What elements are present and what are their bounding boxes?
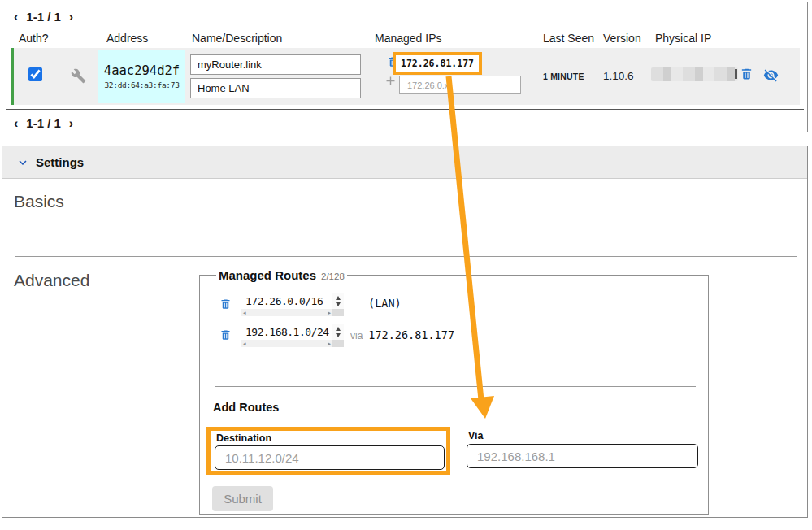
managed-routes-fieldset: Managed Routes 2/128 172.26.0.0/16 ◂ ▸ (… [199, 268, 709, 515]
managed-routes-legend: Managed Routes 2/128 [216, 268, 347, 282]
number-spinner[interactable] [332, 324, 344, 340]
submit-button[interactable]: Submit [212, 486, 273, 511]
route-row: 172.26.0.0/16 ◂ ▸ (LAN) [211, 293, 697, 316]
route-via-value: 172.26.81.177 [368, 328, 454, 341]
pagination-label: 1-1 / 1 [26, 116, 61, 130]
horizontal-scrollbar[interactable]: ◂ ▸ [241, 309, 332, 316]
scroll-right-icon[interactable]: ▸ [328, 309, 331, 316]
member-address: 4aac294d2f [104, 63, 180, 78]
settings-panel: Settings Basics Advanced Managed Routes … [2, 146, 808, 518]
scroll-left-icon[interactable]: ◂ [243, 309, 246, 316]
via-group: Via [467, 430, 698, 468]
member-address-cell: 4aac294d2f 32:dd:64:a3:fa:73 [98, 50, 185, 103]
section-divider [15, 256, 797, 257]
chevron-left-icon[interactable]: ‹ [14, 11, 18, 24]
scrollbar-corner [332, 309, 344, 316]
scrollbar-corner [332, 340, 344, 347]
destination-label: Destination [216, 432, 446, 444]
member-row: 4aac294d2f 32:dd:64:a3:fa:73 172.26.81.1… [11, 48, 800, 105]
last-seen-value: 1 MINUTE [543, 72, 584, 81]
pagination-top: ‹ 1-1 / 1 › [14, 10, 73, 24]
member-name-input[interactable] [190, 54, 361, 75]
delete-route-icon[interactable] [219, 328, 232, 341]
settings-title: Settings [36, 155, 84, 169]
add-routes-title: Add Routes [213, 401, 279, 414]
scroll-left-icon[interactable]: ◂ [243, 340, 246, 347]
managed-routes-count: 2/128 [321, 272, 345, 281]
members-panel: ‹ 1-1 / 1 › Auth? Address Name/Descripti… [2, 2, 808, 132]
chevron-right-icon[interactable]: › [69, 11, 73, 24]
horizontal-scrollbar[interactable]: ◂ ▸ [241, 340, 332, 347]
route-target-value: 192.168.1.0/24 [241, 324, 332, 340]
member-description-input[interactable] [190, 78, 361, 98]
chevron-right-icon[interactable]: › [69, 117, 73, 130]
chevron-down-icon [15, 155, 30, 170]
route-row: 192.168.1.0/24 ◂ ▸ via 172.26.81.177 [211, 324, 697, 347]
destination-annotation-box: Destination [206, 427, 450, 475]
number-spinner[interactable] [332, 293, 344, 309]
routes-divider [215, 386, 696, 387]
basics-title: Basics [14, 192, 64, 211]
column-auth: Auth? [19, 32, 49, 45]
auth-checkbox[interactable] [28, 67, 42, 81]
route-target-value: 172.26.0.0/16 [241, 293, 332, 309]
pagination-label: 1-1 / 1 [26, 10, 61, 24]
advanced-title: Advanced [14, 271, 89, 290]
table-divider [6, 109, 804, 110]
route-target-input[interactable]: 192.168.1.0/24 ◂ ▸ [241, 324, 344, 347]
routes-list: 172.26.0.0/16 ◂ ▸ (LAN) 192.168.1.0/24 [211, 293, 697, 347]
wrench-icon[interactable] [71, 68, 86, 84]
scroll-right-icon[interactable]: ▸ [328, 340, 331, 347]
managed-ip-value: 172.26.81.177 [393, 52, 482, 75]
add-ip-input[interactable] [399, 76, 521, 94]
column-version: Version [603, 32, 641, 45]
physical-ip-redacted [651, 67, 738, 81]
chevron-left-icon[interactable]: ‹ [14, 117, 18, 130]
delete-member-icon[interactable] [740, 67, 753, 81]
route-via-label: via [350, 330, 363, 341]
column-managed-ips: Managed IPs [375, 32, 442, 45]
member-mac: 32:dd:64:a3:fa:73 [104, 80, 179, 89]
add-ip-icon[interactable] [384, 74, 397, 88]
column-name: Name/Description [192, 32, 282, 45]
route-target-input[interactable]: 172.26.0.0/16 ◂ ▸ [241, 293, 344, 316]
managed-routes-title: Managed Routes [219, 268, 316, 282]
via-label: Via [468, 430, 698, 441]
pagination-bottom: ‹ 1-1 / 1 › [14, 116, 73, 130]
version-value: 1.10.6 [603, 70, 634, 82]
hide-member-icon[interactable] [762, 67, 779, 83]
settings-header[interactable]: Settings [2, 146, 807, 179]
column-address: Address [106, 32, 148, 45]
via-input[interactable] [467, 444, 698, 468]
column-physical-ip: Physical IP [655, 32, 711, 45]
delete-route-icon[interactable] [219, 298, 232, 311]
column-last-seen: Last Seen [543, 32, 594, 45]
route-note: (LAN) [368, 297, 402, 310]
destination-input[interactable] [215, 445, 445, 470]
